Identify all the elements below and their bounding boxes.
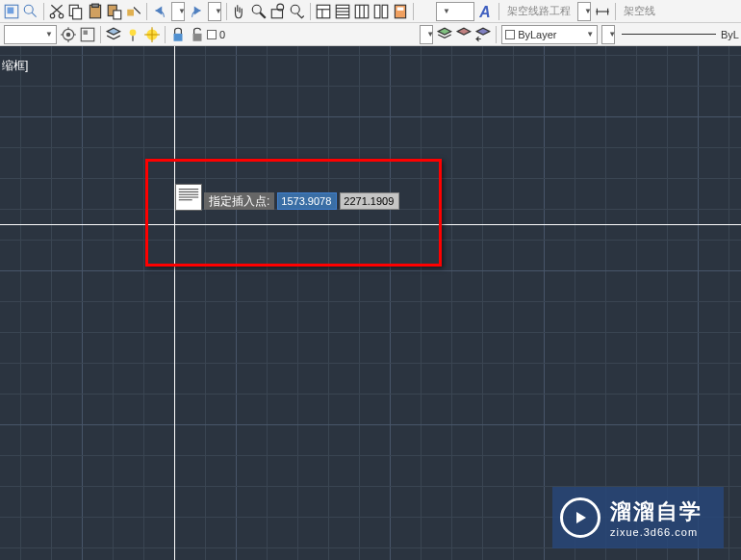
- settings-icon[interactable]: [60, 26, 77, 43]
- svg-text:A: A: [478, 3, 490, 19]
- toolbar-row-2: ▼ 0 ▼ ByLayer ▼ ▼ ByL: [0, 23, 741, 46]
- svg-line-17: [260, 13, 266, 18]
- grid-line: [0, 86, 741, 87]
- grid-line: [0, 116, 741, 117]
- layer-props-icon[interactable]: [105, 26, 122, 43]
- toolbar-separator: [498, 3, 499, 20]
- svg-rect-32: [382, 5, 388, 18]
- ws-lock-icon[interactable]: [79, 26, 96, 43]
- match-prop-icon[interactable]: [125, 3, 142, 20]
- find-icon[interactable]: [22, 3, 39, 20]
- chevron-down-icon: ▼: [45, 30, 53, 38]
- chevron-down-icon: ▼: [443, 7, 450, 15]
- svg-line-3: [32, 13, 37, 17]
- layer-match-icon[interactable]: [455, 26, 473, 43]
- style-dropdown[interactable]: ▼: [436, 2, 474, 21]
- grid-line: [636, 46, 637, 560]
- design-center-icon[interactable]: [334, 3, 351, 20]
- grid-line: [0, 240, 741, 241]
- svg-rect-46: [84, 30, 89, 35]
- watermark: 溜溜自学 zixue.3d66.com: [552, 487, 724, 548]
- paste-icon[interactable]: [87, 3, 104, 20]
- chevron-down-icon: ▼: [426, 30, 434, 38]
- redo-dropdown[interactable]: ▼: [208, 2, 221, 21]
- toolbar-separator: [413, 3, 414, 20]
- lineweight-dropdown[interactable]: ▼: [601, 25, 615, 44]
- grid-line: [82, 46, 83, 560]
- svg-point-47: [130, 29, 137, 36]
- svg-rect-28: [355, 5, 369, 18]
- tool-palette-icon[interactable]: [353, 3, 370, 20]
- block-preview-icon: [175, 184, 202, 211]
- project-dropdown[interactable]: ▼: [577, 2, 591, 21]
- grid-line: [20, 46, 21, 560]
- paste-special-icon[interactable]: [106, 3, 123, 20]
- grid-line: [0, 301, 741, 302]
- pan-icon[interactable]: [231, 3, 248, 20]
- watermark-url: zixue.3d66.com: [610, 526, 703, 538]
- grid-line: [328, 46, 329, 560]
- crosshair-horizontal: [0, 224, 741, 225]
- tool-icon[interactable]: [3, 3, 20, 20]
- viewport-label: 缩框]: [2, 58, 28, 74]
- layer-freeze-icon[interactable]: [143, 26, 161, 43]
- grid-line: [267, 46, 268, 560]
- layer-on-icon[interactable]: [124, 26, 141, 43]
- grid-line: [359, 46, 360, 560]
- svg-rect-53: [193, 33, 202, 40]
- svg-rect-52: [174, 33, 183, 40]
- color-dropdown[interactable]: ▼: [420, 25, 433, 44]
- linetype-dropdown[interactable]: ByLayer ▼: [501, 25, 598, 44]
- svg-point-4: [50, 13, 55, 18]
- layer-name: 0: [219, 29, 225, 40]
- sheet-set-icon[interactable]: [372, 3, 390, 20]
- layer-prev-icon[interactable]: [474, 26, 492, 43]
- layer-state-icon[interactable]: [436, 26, 453, 43]
- grid-line: [0, 363, 741, 364]
- toolbar-separator: [310, 3, 311, 20]
- svg-rect-11: [92, 4, 99, 7]
- grid-line: [667, 46, 668, 560]
- undo-dropdown[interactable]: ▼: [171, 2, 185, 21]
- chevron-down-icon: ▼: [215, 7, 222, 15]
- grid-line: [0, 55, 741, 56]
- coord-y-input[interactable]: [340, 192, 399, 210]
- grid-line: [451, 46, 452, 560]
- toolbar-separator: [43, 3, 44, 20]
- color-swatch: [505, 30, 515, 39]
- command-prompt: 指定插入点:: [204, 192, 274, 210]
- zoom-icon[interactable]: [250, 3, 268, 20]
- play-icon: [560, 497, 600, 538]
- layer-unlock-icon[interactable]: [189, 26, 206, 43]
- grid-line: [51, 46, 52, 560]
- properties-icon[interactable]: [315, 3, 332, 20]
- chevron-down-icon: ▼: [584, 7, 592, 15]
- drawing-area[interactable]: 缩框] 指定插入点: 溜溜自学 zixue.3d66.com: [0, 46, 741, 560]
- grid-line: [0, 147, 741, 148]
- svg-rect-9: [73, 8, 82, 18]
- toolbar-separator: [146, 3, 147, 20]
- copy-icon[interactable]: [67, 3, 85, 20]
- zoom-prev-icon[interactable]: [289, 3, 306, 20]
- textstyle-icon[interactable]: A: [477, 3, 495, 20]
- layer-color-swatch[interactable]: [207, 30, 217, 39]
- dim-style-icon[interactable]: [594, 3, 611, 20]
- chevron-down-icon: ▼: [608, 30, 616, 38]
- coord-x-input[interactable]: [277, 192, 337, 210]
- cut-icon[interactable]: [48, 3, 65, 20]
- layer-lock-icon[interactable]: [169, 26, 187, 43]
- chevron-down-icon: ▼: [178, 7, 186, 15]
- redo-icon[interactable]: [188, 3, 205, 20]
- zoom-window-icon[interactable]: [269, 3, 287, 20]
- grid-line: [0, 455, 741, 456]
- toolbar-separator: [165, 26, 166, 43]
- calc-icon[interactable]: [392, 3, 409, 20]
- grid-line: [113, 46, 114, 560]
- svg-line-7: [51, 5, 61, 13]
- toolbar-separator: [226, 3, 227, 20]
- workspace-dropdown[interactable]: ▼: [4, 25, 57, 44]
- lineweight-preview: [622, 34, 716, 35]
- svg-point-2: [24, 5, 33, 13]
- toolbar-row-1: ▼ ▼ ▼ A 架空线路工程 ▼ 架空线: [0, 0, 741, 23]
- undo-icon[interactable]: [151, 3, 168, 20]
